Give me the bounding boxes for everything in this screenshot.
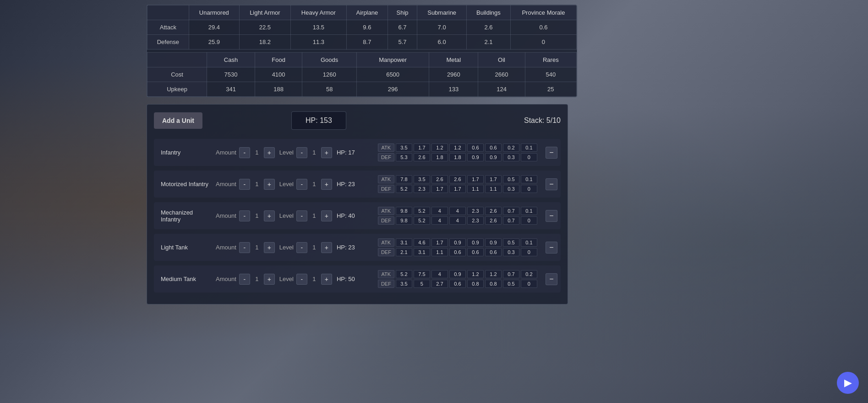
unit-amount-controls: Amount - 1 + [216,242,275,253]
def-cell-0: 5.2 [396,185,412,193]
total-hp-display: HP: 153 [291,111,346,130]
def-cell-5: 1.1 [485,185,502,193]
atk-stat-row: ATK 9.85.2442.32.60.70.1 [378,207,537,215]
amount-increase-button[interactable]: + [264,242,275,253]
cost-manpower: 6500 [357,67,429,82]
def-cell-4: 0.9 [467,153,484,161]
level-increase-button[interactable]: + [321,147,332,158]
atk-label: ATK [378,270,394,278]
def-cell-3: 1.7 [449,185,466,193]
unit-name: Light Tank [161,244,211,251]
unit-stats: ATK 7.83.52.62.61.71.70.50.1 DEF 5.22.31… [378,175,537,193]
level-decrease-button[interactable]: - [296,242,307,253]
attack-submarine: 7.0 [417,20,467,35]
amount-increase-button[interactable]: + [264,274,275,285]
defense-ship: 5.7 [388,35,417,50]
def-cell-2: 1.1 [431,248,448,256]
amount-value: 1 [253,212,261,219]
defense-heavy-armor: 11.3 [290,35,346,50]
atk-cell-0: 7.8 [396,175,412,183]
unit-hp-display: HP: 50 [337,276,369,282]
def-stat-row: DEF 2.13.11.10.60.60.60.30 [378,248,537,256]
def-cell-5: 2.6 [485,216,502,225]
def-cell-0: 3.5 [396,280,412,288]
amount-value: 1 [253,149,261,156]
level-label: Level [279,276,294,282]
attack-buildings: 2.6 [467,20,511,35]
cost-header-manpower: Manpower [357,53,429,67]
main-content: Unarmored Light Armor Heavy Armor Airpla… [0,0,868,304]
amount-increase-button[interactable]: + [264,179,275,190]
remove-unit-button[interactable]: − [546,210,557,222]
def-cell-4: 1.1 [467,185,484,193]
attack-province-morale: 0.6 [510,20,576,35]
unit-name: Medium Tank [161,276,211,282]
atk-label: ATK [378,207,394,215]
amount-increase-button[interactable]: + [264,147,275,158]
level-decrease-button[interactable]: - [296,179,307,190]
attack-unarmored: 29.4 [189,20,239,35]
atk-cell-5: 0.6 [485,144,502,152]
unit-level-controls: Level - 1 + [279,179,332,190]
remove-unit-button[interactable]: − [546,147,557,159]
remove-unit-button[interactable]: − [546,273,557,285]
atk-cell-6: 0.5 [503,238,519,247]
discord-button[interactable]: ▶ [837,372,859,394]
amount-decrease-button[interactable]: - [239,210,250,221]
def-label: DEF [378,185,394,193]
unit-name: Motorized Infantry [161,181,211,188]
attack-heavy-armor: 13.5 [290,20,346,35]
level-decrease-button[interactable]: - [296,274,307,285]
combat-body: Attack 29.4 22.5 13.5 9.6 6.7 7.0 2.6 0.… [147,20,577,50]
level-decrease-button[interactable]: - [296,210,307,221]
amount-decrease-button[interactable]: - [239,274,250,285]
def-cell-2: 4 [431,216,448,225]
combat-header-row: Unarmored Light Armor Heavy Armor Airpla… [147,6,577,20]
level-decrease-button[interactable]: - [296,147,307,158]
unit-stats: ATK 5.27.540.91.21.20.70.2 DEF 3.552.70.… [378,270,537,288]
upkeep-food: 188 [255,82,302,97]
unit-amount-controls: Amount - 1 + [216,147,275,158]
remove-unit-button[interactable]: − [546,178,557,190]
level-increase-button[interactable]: + [321,210,332,221]
def-cell-7: 0 [521,216,537,225]
level-label: Level [279,212,294,219]
cost-header-food: Food [255,53,302,67]
amount-decrease-button[interactable]: - [239,242,250,253]
combat-header-light-armor: Light Armor [239,6,290,20]
atk-cell-1: 3.5 [414,175,430,183]
cost-header-rares: Rares [525,53,576,67]
combat-header-unarmored: Unarmored [189,6,239,20]
amount-decrease-button[interactable]: - [239,179,250,190]
def-cell-2: 2.7 [431,280,448,288]
amount-increase-button[interactable]: + [264,210,275,221]
unit-hp-display: HP: 23 [337,181,369,188]
atk-cell-3: 1.2 [449,144,466,152]
unit-level-controls: Level - 1 + [279,242,332,253]
add-unit-button[interactable]: Add a Unit [154,112,202,129]
cost-header-oil: Oil [478,53,525,67]
atk-cell-6: 0.7 [503,270,519,278]
defense-buildings: 2.1 [467,35,511,50]
cost-header-goods: Goods [302,53,357,67]
def-cell-3: 4 [449,216,466,225]
def-cell-4: 2.3 [467,216,484,225]
level-increase-button[interactable]: + [321,242,332,253]
atk-stat-row: ATK 7.83.52.62.61.71.70.50.1 [378,175,537,183]
atk-cell-3: 0.9 [449,270,466,278]
def-cell-1: 5 [414,280,430,288]
cost-row: Cost 7530 4100 1260 6500 2960 2660 540 [147,67,577,82]
remove-unit-button[interactable]: − [546,242,557,254]
atk-cell-1: 1.7 [414,144,430,152]
level-increase-button[interactable]: + [321,179,332,190]
level-increase-button[interactable]: + [321,274,332,285]
def-cell-7: 0 [521,153,537,161]
def-cell-6: 0.3 [503,153,519,161]
amount-label: Amount [216,149,236,156]
defense-light-armor: 18.2 [239,35,290,50]
cost-food: 4100 [255,67,302,82]
combat-stats-table: Unarmored Light Armor Heavy Armor Airpla… [147,5,577,50]
amount-decrease-button[interactable]: - [239,147,250,158]
level-value: 1 [310,244,318,251]
level-label: Level [279,149,294,156]
